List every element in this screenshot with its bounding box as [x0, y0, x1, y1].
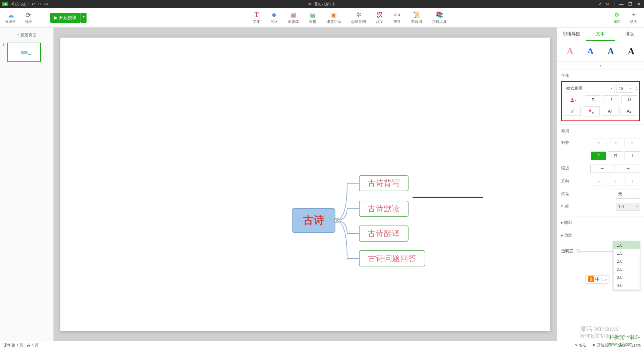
ime-indicator[interactable]: S 中 ', »	[586, 275, 609, 283]
cloud-courseware[interactable]: ☁ 云课件	[5, 11, 16, 24]
align-label: 对齐	[561, 140, 569, 146]
line-spacing-value: 1.0	[618, 204, 624, 209]
start-class-dropdown[interactable]: ▾	[80, 13, 87, 23]
titlebar: EN 希沃白板 ↶ ↷ ✂ 🗎 语文 - 编辑中 ▾ < ✉ — ❐ ✕	[0, 0, 644, 8]
sync-label: 同步	[24, 19, 32, 24]
tab-text[interactable]: 文本	[586, 28, 615, 41]
properties-tab[interactable]: ⚙属性	[613, 11, 621, 24]
cut-icon[interactable]: ✂	[44, 2, 48, 7]
canvas[interactable]: 古诗 ⊖ 古诗背写 古诗默读 古诗翻译 古诗问题回答	[60, 38, 550, 331]
label: 形状	[270, 19, 278, 24]
mindmap-child[interactable]: 古诗问题回答	[359, 250, 425, 266]
valign-top[interactable]: ⊤	[591, 151, 606, 160]
dd-option[interactable]: 1.0	[613, 241, 640, 249]
tab-mindmap[interactable]: 思维导图	[557, 28, 586, 41]
font-size-spinner[interactable]: ▲▼	[635, 87, 637, 91]
indent-decrease[interactable]: ⇤	[590, 164, 614, 173]
mindmap-icon: ✲	[355, 11, 362, 18]
mail-icon[interactable]: ✉	[606, 2, 609, 7]
line-spacing-label: 行距	[561, 204, 569, 209]
mindmap-child[interactable]: 古诗默读	[359, 201, 409, 217]
valign-bottom[interactable]: ⊥	[625, 151, 640, 160]
undo-icon[interactable]: ↶	[32, 2, 35, 7]
sync-icon: ⟳	[25, 11, 31, 19]
sync-button[interactable]: ⟳ 同步	[24, 11, 32, 24]
line-spacing-select[interactable]: 1.0▾	[616, 203, 640, 211]
reflection-section[interactable]: ▸ 倒影	[557, 229, 644, 242]
collapse-button[interactable]: ⊖	[334, 218, 339, 223]
mindmap-root[interactable]: 古诗 ⊖	[292, 208, 335, 233]
tool-media[interactable]: ▦多媒体	[288, 11, 299, 24]
page-info: 课件 第 1 页，共 1 页	[3, 343, 39, 348]
new-page-button[interactable]: + 新建页面	[0, 30, 53, 40]
shadow-label: 阴影	[564, 220, 572, 225]
tab-layout[interactable]: 排版	[615, 28, 644, 41]
underline-button[interactable]: U	[621, 95, 637, 104]
label: 课堂活动	[326, 19, 341, 24]
chevron-down-icon[interactable]: ▾	[337, 3, 339, 6]
slide-thumbnail[interactable]: 1	[7, 43, 46, 62]
dd-option[interactable]: 2.0	[613, 257, 640, 265]
star-icon: ✦	[630, 11, 637, 18]
superscript-button[interactable]: A²	[602, 107, 619, 116]
site-watermark: ⬇ 极光下载站 www.xz7.com	[608, 334, 641, 347]
dir-h[interactable]: ↔	[591, 177, 606, 186]
italic-button[interactable]: I	[603, 95, 619, 104]
clear-format-button[interactable]: A✕	[583, 106, 599, 116]
dd-option[interactable]: 4.0	[613, 282, 640, 290]
label: 多媒体	[288, 19, 299, 24]
preset-a1[interactable]: A	[567, 46, 573, 57]
redo-icon[interactable]: ↷	[38, 2, 42, 7]
symbol-select[interactable]: 无▾	[616, 190, 640, 199]
dd-option[interactable]: 1.5	[613, 249, 640, 257]
dd-option[interactable]: 2.5	[613, 265, 640, 273]
tool-hanzi[interactable]: 汉汉字	[376, 11, 383, 24]
dir-v2[interactable]: ↕	[625, 177, 640, 186]
tool-mindmap[interactable]: ✲思维导图	[351, 11, 366, 24]
subscript-button[interactable]: A₂	[621, 107, 637, 116]
mindmap-child[interactable]: 古诗翻译	[359, 226, 409, 242]
valign-middle[interactable]: ⊟	[608, 151, 623, 160]
font-color-button[interactable]: A ▾	[564, 95, 583, 104]
preset-a2[interactable]: A	[587, 46, 594, 57]
tool-table[interactable]: ▤表格	[309, 11, 316, 24]
close-icon[interactable]: ✕	[637, 2, 641, 7]
label: 汉字	[376, 19, 383, 24]
align-left[interactable]: ≡	[591, 139, 606, 147]
maximize-icon[interactable]: ❐	[628, 2, 632, 7]
font-highlight: 微软雅黑▾ 18▾ ▲▼ A ▾ B I U 🖌 A✕ A² A₂	[561, 81, 640, 121]
note-button[interactable]: ✎ 备注	[575, 343, 586, 348]
font-family-value: 微软雅黑	[566, 86, 582, 91]
share-icon[interactable]: <	[598, 2, 601, 7]
tool-subject[interactable]: 📚学科工具	[432, 11, 447, 24]
align-center[interactable]: ≡	[608, 139, 623, 147]
doc-icon: 🗎	[308, 2, 312, 6]
tool-poem[interactable]: 📜古诗词	[411, 11, 422, 24]
indent-increase[interactable]: ⇥	[616, 164, 640, 173]
bold-button[interactable]: B	[585, 95, 601, 104]
tool-activity[interactable]: ▣课堂活动	[326, 11, 341, 24]
connectors	[60, 38, 550, 331]
preset-a4[interactable]: A	[628, 46, 635, 57]
shadow-section[interactable]: ▸ 阴影	[557, 216, 644, 229]
root-text: 古诗	[303, 213, 324, 228]
mindmap-child[interactable]: 古诗背写	[359, 175, 409, 191]
format-brush-button[interactable]: 🖌	[564, 107, 581, 116]
label: 思维导图	[351, 19, 366, 24]
font-family-select[interactable]: 微软雅黑▾	[564, 84, 614, 93]
dd-option[interactable]: 3.0	[613, 273, 640, 282]
lang-badge[interactable]: EN	[2, 2, 8, 6]
font-size-select[interactable]: 18▾	[616, 85, 633, 93]
start-class-button[interactable]: ▶ 开始授课	[50, 13, 80, 23]
tool-text[interactable]: T文本	[253, 11, 260, 24]
dir-v[interactable]: ↕	[608, 177, 623, 186]
expand-presets[interactable]: ▾	[600, 64, 601, 67]
animation-tab[interactable]: ✦动画	[630, 11, 637, 24]
tool-shape[interactable]: ◆形状	[270, 11, 278, 24]
tool-pinyin[interactable]: à á拼音	[393, 11, 401, 24]
font-size-value: 18	[619, 86, 623, 91]
align-right[interactable]: ≡	[625, 139, 640, 147]
poem-icon: 📜	[413, 11, 420, 18]
minimize-icon[interactable]: —	[619, 2, 624, 7]
preset-a3[interactable]: A	[607, 46, 614, 57]
